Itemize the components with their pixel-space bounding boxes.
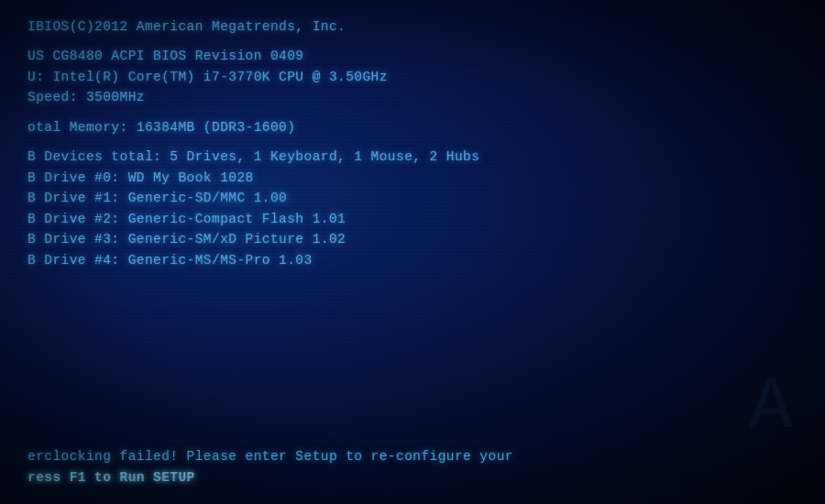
bios-line12: B Drive #4: Generic-MS/MS-Pro 1.03 — [28, 250, 798, 270]
bios-line10: B Drive #2: Generic-Compact Flash 1.01 — [28, 209, 798, 229]
bios-content: IBIOS(C)2012 American Megatrends, Inc. U… — [28, 16, 798, 270]
bottom-line1: erclocking failed! Please enter Setup to… — [28, 446, 798, 466]
bios-line9: B Drive #1: Generic-SD/MMC 1.00 — [28, 188, 798, 208]
bios-header-line: IBIOS(C)2012 American Megatrends, Inc. — [28, 16, 798, 37]
bios-line1: US CG8480 ACPI BIOS Revision 0409 — [28, 46, 798, 66]
bios-screen: A IBIOS(C)2012 American Megatrends, Inc.… — [0, 0, 825, 504]
bottom-section: erclocking failed! Please enter Setup to… — [28, 446, 798, 488]
bg-watermark: A — [749, 366, 788, 449]
bios-line11: B Drive #3: Generic-SM/xD Picture 1.02 — [28, 229, 798, 249]
bios-line2: U: Intel(R) Core(TM) i7-3770K CPU @ 3.50… — [28, 67, 798, 87]
bios-line8: B Drive #0: WD My Book 1028 — [28, 168, 798, 188]
bios-line7: B Devices total: 5 Drives, 1 Keyboard, 1… — [28, 147, 798, 167]
bios-line5: otal Memory: 16384MB (DDR3-1600) — [28, 117, 798, 137]
bottom-line2: ress F1 to Run SETUP — [28, 467, 798, 488]
bios-line3: Speed: 3500MHz — [28, 87, 798, 107]
